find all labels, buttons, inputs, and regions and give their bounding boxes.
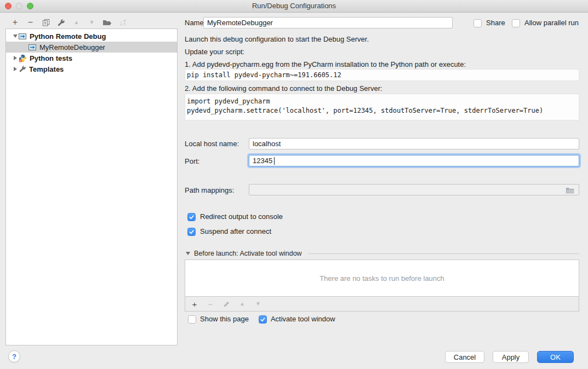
sort-configurations-button[interactable]: ↓ az xyxy=(117,18,128,28)
port-input[interactable] xyxy=(249,155,579,166)
pencil-icon xyxy=(223,301,230,308)
step2-text: 2. Add the following command to connect … xyxy=(185,84,383,93)
chevron-right-icon[interactable] xyxy=(12,56,19,60)
name-label: Name: xyxy=(185,17,205,28)
share-label: Share xyxy=(486,18,505,28)
browse-folder-button[interactable] xyxy=(566,187,575,195)
redirect-output-label: Redirect output to console xyxy=(200,212,283,222)
check-icon xyxy=(260,316,266,322)
copy-icon xyxy=(42,19,50,26)
step1-text: 1. Add pydevd-pycharm.egg from the PyCha… xyxy=(185,60,466,68)
activate-tool-window-label: Activate tool window xyxy=(271,314,335,324)
before-launch-tasks-panel: There are no tasks to run before launch … xyxy=(185,260,579,312)
apply-button[interactable]: Apply xyxy=(493,351,529,363)
python-tests-icon xyxy=(19,54,27,62)
suspend-checkbox[interactable] xyxy=(187,228,196,236)
move-down-button[interactable]: ▼ xyxy=(87,18,97,28)
move-task-down-button[interactable]: ▼ xyxy=(254,299,262,308)
redirect-output-row: Redirect output to console xyxy=(187,212,283,222)
remote-debug-icon xyxy=(19,33,27,40)
check-icon xyxy=(189,229,195,235)
share-checkbox[interactable] xyxy=(473,19,482,27)
before-launch-header[interactable]: Before launch: Activate tool window xyxy=(186,250,579,257)
copy-configuration-button[interactable] xyxy=(41,18,51,28)
code-line-1: import pydevd_pycharm xyxy=(187,97,577,106)
configurations-toolbar: + − ▲ ▼ ↓ az xyxy=(10,16,128,28)
before-launch-title: Before launch: Activate tool window xyxy=(194,250,302,257)
add-task-button[interactable]: + xyxy=(190,299,199,308)
settrace-code-block: import pydevd_pycharm pydevd_pycharm.set… xyxy=(185,94,579,120)
tree-item-templates[interactable]: Templates xyxy=(6,64,177,74)
help-button[interactable]: ? xyxy=(8,350,20,362)
window-title: Run/Debug Configurations xyxy=(0,0,588,12)
share-checkbox-row: Share xyxy=(473,18,505,28)
redirect-output-checkbox[interactable] xyxy=(187,213,196,221)
tasks-toolbar: + − ▲ ▼ xyxy=(185,296,579,311)
activate-tool-window-checkbox[interactable] xyxy=(259,315,267,324)
update-script-text: Update your script: xyxy=(185,48,244,56)
close-window-button[interactable] xyxy=(5,3,12,9)
cancel-button[interactable]: Cancel xyxy=(445,351,484,363)
add-configuration-button[interactable]: + xyxy=(10,18,20,28)
wrench-icon xyxy=(57,19,65,27)
title-bar: Run/Debug Configurations xyxy=(0,0,588,13)
chevron-right-icon[interactable] xyxy=(12,67,19,71)
tree-item-python-remote-debug[interactable]: Python Remote Debug xyxy=(6,31,177,42)
remote-debug-icon xyxy=(28,44,37,51)
templates-wrench-icon xyxy=(19,65,26,73)
suspend-label: Suspend after connect xyxy=(200,227,271,237)
create-folder-button[interactable] xyxy=(102,18,112,28)
tree-item-label: Templates xyxy=(29,65,64,73)
text-caret xyxy=(274,157,275,165)
edit-defaults-button[interactable] xyxy=(56,18,66,28)
tree-item-myremotedebugger[interactable]: MyRemoteDebugger xyxy=(6,42,177,53)
allow-parallel-label: Allow parallel run xyxy=(524,18,579,28)
show-this-page-label: Show this page xyxy=(200,314,249,324)
name-input[interactable] xyxy=(203,17,453,28)
remove-configuration-button[interactable]: − xyxy=(25,18,36,28)
local-host-label: Local host name: xyxy=(185,138,239,149)
move-up-button[interactable]: ▲ xyxy=(71,18,82,28)
window-controls xyxy=(5,3,33,9)
tree-item-label: MyRemoteDebugger xyxy=(39,43,105,51)
code-line-2: pydevd_pycharm.settrace('localhost', por… xyxy=(187,106,577,116)
tasks-empty-message: There are no tasks to run before launch xyxy=(185,260,579,296)
divider xyxy=(308,253,579,254)
path-mappings-label: Path mappings: xyxy=(185,184,234,196)
page-options-row: Show this page Activate tool window xyxy=(188,314,335,324)
remove-task-button[interactable]: − xyxy=(206,299,215,308)
dialog-buttons: Cancel Apply OK xyxy=(445,351,574,363)
check-icon xyxy=(189,214,195,220)
port-label: Port: xyxy=(185,155,199,167)
suspend-row: Suspend after connect xyxy=(187,227,271,237)
collapse-icon[interactable] xyxy=(186,252,190,255)
move-task-up-button[interactable]: ▲ xyxy=(238,299,247,308)
tree-item-python-tests[interactable]: Python tests xyxy=(6,53,177,64)
path-mappings-field[interactable] xyxy=(249,184,579,195)
allow-parallel-checkbox[interactable] xyxy=(512,19,520,27)
minimize-window-button[interactable] xyxy=(16,3,22,9)
tree-item-label: Python tests xyxy=(30,54,72,62)
ok-button[interactable]: OK xyxy=(537,351,574,363)
local-host-input[interactable] xyxy=(249,138,579,149)
configurations-tree: Python Remote Debug MyRemoteDebugger Pyt… xyxy=(5,28,178,345)
edit-task-button[interactable] xyxy=(222,299,231,308)
folder-icon xyxy=(566,187,575,194)
port-field-wrapper xyxy=(249,155,579,167)
pip-command-text: pip install pydevd-pycharm~=191.6605.12 xyxy=(185,69,579,81)
chevron-down-icon[interactable] xyxy=(12,34,19,38)
allow-parallel-row: Allow parallel run xyxy=(512,18,579,28)
new-folder-icon xyxy=(102,19,112,26)
zoom-window-button[interactable] xyxy=(27,3,33,9)
intro-text: Launch this debug configuration to start… xyxy=(185,35,369,43)
tree-item-label: Python Remote Debug xyxy=(30,32,106,41)
show-this-page-checkbox[interactable] xyxy=(188,315,196,324)
